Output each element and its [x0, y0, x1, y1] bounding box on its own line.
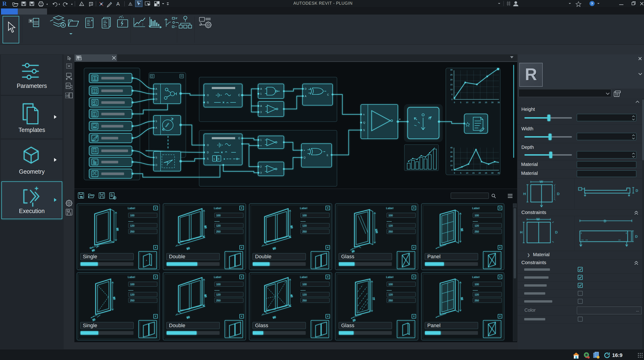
- svg-text:30: 30: [450, 155, 452, 158]
- svg-text:Q: Q: [304, 156, 306, 159]
- svg-text:1: 1: [214, 157, 215, 160]
- svg-text:3: 3: [260, 111, 262, 113]
- svg-text:E: E: [327, 154, 328, 156]
- svg-text:?: ?: [591, 2, 593, 6]
- svg-text:30: 30: [450, 69, 452, 71]
- svg-text:20: 20: [450, 79, 452, 81]
- svg-text:20: 20: [478, 101, 481, 104]
- svg-text:LP: LP: [68, 211, 70, 212]
- svg-text:A: A: [260, 105, 262, 107]
- svg-text:>: >: [304, 149, 305, 152]
- svg-text:D: D: [207, 151, 209, 154]
- svg-text:S: S: [156, 120, 157, 123]
- svg-text:0: 0: [452, 98, 452, 101]
- svg-text:C: C: [327, 93, 329, 96]
- svg-text:D: D: [557, 192, 560, 196]
- svg-text:D: D: [635, 234, 638, 238]
- svg-text:10: 10: [466, 172, 468, 174]
- svg-text:0: 0: [218, 157, 219, 160]
- svg-text:20: 20: [478, 172, 481, 174]
- svg-text:25: 25: [450, 74, 452, 76]
- svg-text:16:9: 16:9: [612, 352, 622, 358]
- svg-text:10: 10: [450, 88, 452, 91]
- svg-text:15: 15: [472, 101, 474, 104]
- svg-text:25: 25: [485, 172, 487, 174]
- svg-text:H: H: [520, 230, 522, 234]
- svg-text:D: D: [555, 230, 558, 234]
- svg-text:D: D: [156, 163, 157, 166]
- svg-text:3: 3: [260, 171, 262, 174]
- svg-text:35: 35: [498, 101, 500, 104]
- svg-text:W: W: [536, 217, 540, 221]
- svg-text:2: 2: [260, 165, 262, 168]
- svg-text:n: n: [363, 113, 364, 116]
- svg-text:e: e: [399, 118, 401, 120]
- svg-text:15: 15: [472, 172, 474, 174]
- svg-text:A: A: [116, 1, 120, 7]
- svg-text:W: W: [540, 179, 543, 184]
- svg-text:0: 0: [454, 101, 455, 104]
- svg-text:O: O: [207, 94, 209, 97]
- svg-text:20: 20: [450, 160, 452, 162]
- svg-text:S: S: [363, 129, 365, 131]
- svg-text:A: A: [156, 126, 157, 129]
- svg-text:10: 10: [466, 101, 468, 104]
- svg-text:QO: QO: [66, 94, 70, 97]
- svg-text:D: D: [636, 189, 638, 193]
- svg-text:A: A: [305, 95, 306, 97]
- svg-text:1: 1: [260, 138, 262, 141]
- svg-text:R: R: [2, 0, 7, 7]
- svg-text:G: G: [207, 101, 209, 104]
- svg-text:30: 30: [491, 172, 494, 174]
- svg-text:C: C: [238, 94, 240, 97]
- svg-text:25: 25: [485, 101, 487, 104]
- svg-text:+: +: [260, 144, 262, 147]
- svg-text:1: 1: [260, 92, 262, 95]
- svg-text:A: A: [80, 3, 82, 6]
- svg-text:5: 5: [460, 172, 461, 174]
- svg-text:H: H: [523, 192, 526, 196]
- svg-text:R: R: [156, 93, 157, 95]
- svg-text:Q: Q: [363, 121, 365, 124]
- svg-text:5: 5: [452, 93, 452, 96]
- svg-text:40: 40: [450, 151, 452, 153]
- svg-text:A: A: [260, 87, 262, 90]
- svg-text:S: S: [156, 156, 157, 159]
- svg-text:15: 15: [450, 83, 452, 86]
- svg-text:45: 45: [450, 146, 452, 149]
- svg-text:D: D: [156, 98, 157, 101]
- svg-text:0: 0: [452, 169, 452, 171]
- svg-text:S: S: [207, 157, 208, 160]
- svg-text:D: D: [305, 87, 306, 90]
- svg-text:D: D: [604, 219, 606, 223]
- svg-text:G: G: [238, 137, 240, 140]
- svg-text:45: 45: [498, 172, 500, 174]
- svg-text:O: O: [207, 144, 209, 146]
- svg-text:A: A: [156, 87, 157, 90]
- svg-text:5: 5: [460, 101, 461, 104]
- svg-text:30: 30: [491, 101, 494, 104]
- svg-text:10: 10: [450, 164, 452, 167]
- svg-text:0: 0: [454, 172, 455, 174]
